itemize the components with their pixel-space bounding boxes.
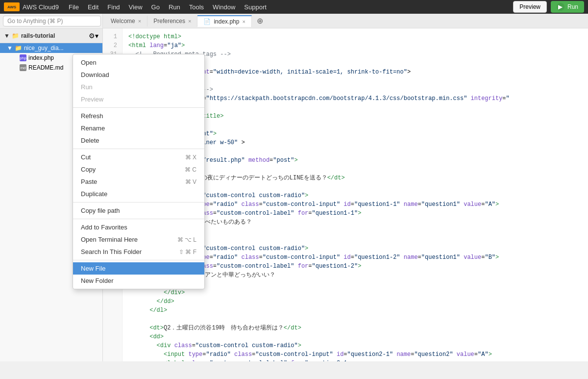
tree-item-nice-guy[interactable]: ▼ 📁 nice_guy_dia... (0, 43, 102, 53)
line-num-2: 2 (105, 41, 120, 50)
gear-icon[interactable]: ⚙▾ (89, 32, 98, 40)
ctx-sep-3 (73, 202, 204, 202)
tab-preferences-label: Preferences (153, 18, 185, 25)
menu-view[interactable]: View (125, 2, 147, 12)
ctx-delete[interactable]: Delete (73, 134, 204, 147)
tab-preferences[interactable]: Preferences × (147, 16, 197, 26)
ctx-copy[interactable]: Copy ⌘ C (73, 163, 204, 176)
preview-button[interactable]: Preview (513, 1, 547, 13)
tab-file-icon: 📄 (203, 18, 211, 25)
tab-index-php[interactable]: 📄 index.php × (197, 15, 251, 27)
ctx-sep-4 (73, 219, 204, 219)
tab-welcome-close[interactable]: × (138, 18, 141, 24)
ctx-sep-2 (73, 149, 204, 149)
tree-label-nice-guy: nice_guy_dia... (24, 45, 64, 51)
ctx-open[interactable]: Open (73, 56, 204, 69)
folder-expand-icon: ▼ (7, 45, 13, 51)
line-num-1: 1 (105, 32, 120, 41)
search-placeholder: Go to Anything (⌘ P) (7, 18, 63, 25)
ctx-copy-path[interactable]: Copy file path (73, 204, 204, 217)
context-menu: Open Download Run Preview Refresh Rename… (73, 54, 205, 289)
ctx-cut[interactable]: Cut ⌘ X (73, 151, 204, 163)
tree-label-index-php: index.php (28, 54, 54, 61)
ctx-new-file[interactable]: New File (73, 262, 204, 275)
ctx-sep-5 (73, 260, 204, 260)
run-icon: ▶ (557, 3, 564, 11)
menu-bar: AWS AWS Cloud9 File Edit Find View Go Ru… (0, 0, 588, 14)
ctx-new-folder[interactable]: New Folder (73, 275, 204, 287)
run-label: Run (567, 3, 578, 10)
tab-index-php-close[interactable]: × (242, 19, 245, 25)
ctx-duplicate[interactable]: Duplicate (73, 188, 204, 200)
sidebar-folder-icon: 📁 (12, 32, 19, 39)
menu-run[interactable]: Run (165, 2, 184, 12)
tab-preferences-close[interactable]: × (188, 18, 191, 24)
ctx-rename[interactable]: Rename (73, 122, 204, 134)
sidebar-header: ▼ 📁 rails-tutorial ⚙▾ (0, 29, 102, 43)
menu-find[interactable]: Find (103, 2, 123, 12)
tree-label-readme: README.md (28, 64, 63, 71)
search-box[interactable]: Go to Anything (⌘ P) (3, 16, 101, 26)
run-button[interactable]: ▶ Run (551, 1, 584, 13)
menu-file[interactable]: File (65, 2, 83, 12)
php-file-icon: php (20, 54, 26, 61)
folder-icon-nice-guy: 📁 (15, 45, 22, 51)
ctx-search-folder[interactable]: Search In This Folder ⇧ ⌘ F (73, 246, 204, 258)
menu-go[interactable]: Go (147, 2, 164, 12)
app-brand: AWS AWS Cloud9 (4, 2, 59, 11)
ctx-add-favorites[interactable]: Add to Favorites (73, 221, 204, 233)
ctx-refresh[interactable]: Refresh (73, 110, 204, 122)
tab-index-php-label: index.php (214, 18, 239, 25)
tab-welcome-label: Welcome (111, 18, 135, 25)
ctx-paste[interactable]: Paste ⌘ V (73, 176, 204, 188)
ctx-download[interactable]: Download (73, 69, 204, 81)
sidebar-title-text: rails-tutorial (21, 32, 55, 39)
tab-bar: Welcome × Preferences × 📄 index.php × ⊕ (103, 14, 588, 28)
sidebar-title: ▼ 📁 rails-tutorial (4, 32, 55, 39)
menu-tools[interactable]: Tools (185, 2, 208, 12)
ctx-open-terminal[interactable]: Open Terminal Here ⌘ ⌥ L (73, 233, 204, 246)
ctx-preview: Preview (73, 93, 204, 105)
app-title: AWS Cloud9 (23, 3, 59, 11)
main-layout: Go to Anything (⌘ P) ▼ 📁 rails-tutorial … (0, 14, 588, 361)
menu-items: File Edit Find View Go Run Tools Window … (65, 2, 270, 12)
md-file-icon: md (20, 64, 26, 71)
menu-edit[interactable]: Edit (84, 2, 102, 12)
ctx-run: Run (73, 81, 204, 93)
tab-welcome[interactable]: Welcome × (105, 16, 147, 26)
aws-logo: AWS (4, 2, 20, 11)
toolbar-right: Preview ▶ Run (513, 1, 584, 13)
tab-add-button[interactable]: ⊕ (252, 14, 268, 27)
ctx-sep-1 (73, 107, 204, 108)
menu-support[interactable]: Support (240, 2, 270, 12)
menu-window[interactable]: Window (209, 2, 239, 12)
